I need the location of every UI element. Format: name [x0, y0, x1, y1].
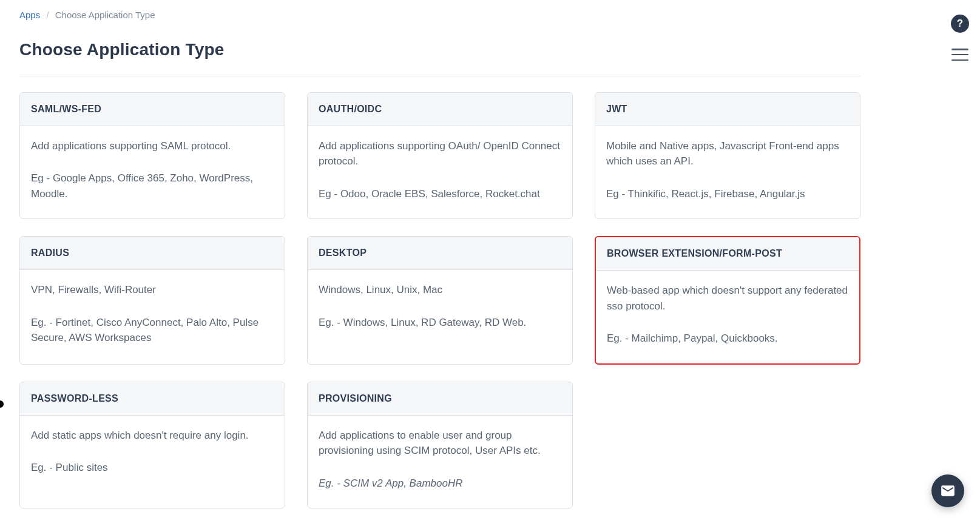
card-title: RADIUS — [31, 246, 274, 260]
card-description: Web-based app which doesn't support any … — [607, 283, 848, 314]
card-provisioning[interactable]: PROVISIONING Add applications to enable … — [307, 382, 573, 509]
card-description: Windows, Linux, Unix, Mac — [319, 282, 561, 298]
card-description: Add applications to enable user and grou… — [319, 428, 561, 459]
card-body: Mobile and Native apps, Javascript Front… — [595, 126, 860, 219]
card-jwt[interactable]: JWT Mobile and Native apps, Javascript F… — [595, 92, 860, 220]
help-button[interactable]: ? — [951, 15, 969, 33]
card-header: DESKTOP — [308, 237, 572, 270]
card-examples: Eg. - Public sites — [31, 460, 274, 476]
card-oauth[interactable]: OAUTH/OIDC Add applications supporting O… — [307, 92, 573, 220]
hamburger-icon — [951, 49, 968, 50]
card-saml[interactable]: SAML/WS-FED Add applications supporting … — [19, 92, 285, 220]
card-description: Mobile and Native apps, Javascript Front… — [606, 138, 849, 169]
card-browser-extension[interactable]: BROWSER EXTENSION/FORM-POST Web-based ap… — [595, 236, 860, 365]
card-header: PROVISIONING — [308, 382, 572, 416]
card-examples: Eg. - Mailchimp, Paypal, Quickbooks. — [607, 331, 848, 346]
card-title: PROVISIONING — [319, 391, 561, 406]
card-header: OAUTH/OIDC — [308, 93, 572, 126]
card-examples: Eg - Google Apps, Office 365, Zoho, Word… — [31, 170, 274, 201]
card-description: Add applications supporting SAML protoco… — [31, 138, 274, 154]
card-body: Add applications supporting OAuth/ OpenI… — [308, 126, 572, 219]
breadcrumb-separator: / — [46, 10, 49, 20]
card-examples: Eg - Thinkific, React.js, Firebase, Angu… — [606, 186, 849, 202]
card-title: SAML/WS-FED — [31, 102, 274, 116]
card-body: Add static apps which doesn't require an… — [20, 416, 285, 493]
card-description: VPN, Firewalls, Wifi-Router — [31, 282, 274, 298]
card-title: DESKTOP — [319, 246, 561, 260]
card-desktop[interactable]: DESKTOP Windows, Linux, Unix, Mac Eg. - … — [307, 236, 573, 365]
card-examples: Eg. - Windows, Linux, RD Gateway, RD Web… — [319, 315, 561, 331]
card-body: VPN, Firewalls, Wifi-Router Eg. - Fortin… — [20, 270, 285, 363]
card-title: OAUTH/OIDC — [319, 102, 561, 116]
help-icon: ? — [957, 16, 963, 32]
card-examples: Eg. - SCIM v2 App, BambooHR — [319, 476, 561, 491]
hamburger-icon — [951, 54, 968, 56]
card-header: BROWSER EXTENSION/FORM-POST — [596, 237, 859, 271]
card-examples: Eg - Odoo, Oracle EBS, Salesforce, Rocke… — [319, 186, 561, 202]
card-radius[interactable]: RADIUS VPN, Firewalls, Wifi-Router Eg. -… — [19, 236, 285, 365]
card-title: BROWSER EXTENSION/FORM-POST — [607, 246, 848, 261]
chat-button[interactable] — [931, 474, 964, 507]
hamburger-icon — [951, 59, 968, 61]
card-description: Add applications supporting OAuth/ OpenI… — [319, 138, 561, 169]
breadcrumb: Apps / Choose Application Type — [19, 8, 860, 22]
card-body: Web-based app which doesn't support any … — [596, 271, 859, 363]
card-body: Add applications to enable user and grou… — [308, 416, 572, 508]
breadcrumb-current: Choose Application Type — [55, 10, 155, 20]
card-title: PASSWORD-LESS — [31, 391, 274, 406]
page-title: Choose Application Type — [19, 37, 860, 62]
card-body: Windows, Linux, Unix, Mac Eg. - Windows,… — [308, 270, 572, 347]
breadcrumb-root-link[interactable]: Apps — [19, 10, 40, 20]
app-type-grid: SAML/WS-FED Add applications supporting … — [19, 92, 860, 509]
card-header: RADIUS — [20, 237, 285, 270]
card-header: JWT — [595, 93, 860, 126]
divider — [19, 76, 860, 76]
card-password-less[interactable]: PASSWORD-LESS Add static apps which does… — [19, 382, 285, 509]
card-header: PASSWORD-LESS — [20, 382, 285, 416]
page-content: Apps / Choose Application Type Choose Ap… — [0, 0, 880, 523]
card-header: SAML/WS-FED — [20, 93, 285, 126]
card-title: JWT — [606, 102, 849, 116]
mail-icon — [940, 483, 956, 499]
card-body: Add applications supporting SAML protoco… — [20, 126, 285, 219]
menu-button[interactable] — [951, 49, 968, 61]
card-description: Add static apps which doesn't require an… — [31, 428, 274, 444]
floating-controls: ? — [951, 15, 969, 61]
card-examples: Eg. - Fortinet, Cisco AnyConnect, Palo A… — [31, 315, 274, 346]
